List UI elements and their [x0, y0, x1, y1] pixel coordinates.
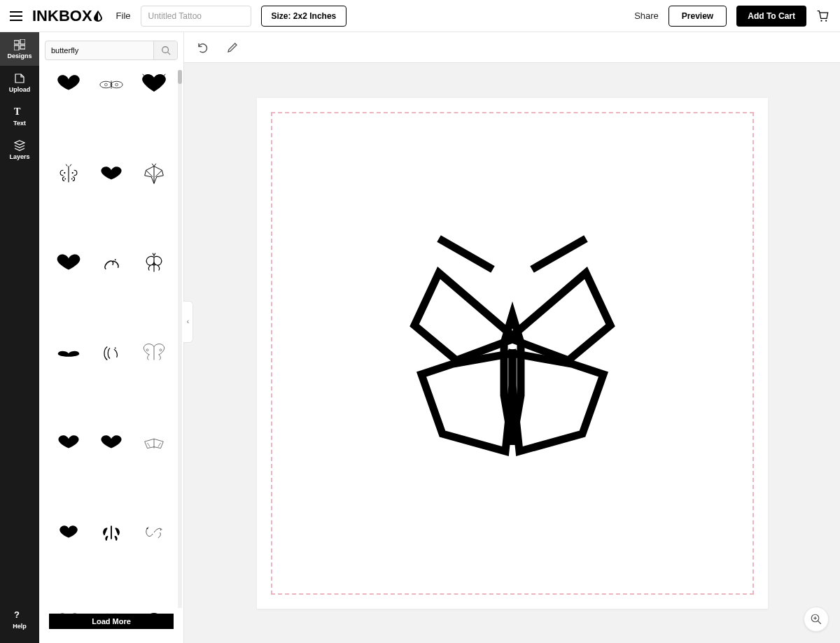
layers-icon	[14, 140, 25, 151]
svg-point-6	[162, 47, 168, 53]
search-icon	[161, 45, 171, 55]
design-grid	[45, 67, 178, 614]
undo-icon	[197, 41, 209, 54]
logo-text: INKBOX	[32, 7, 92, 25]
share-button[interactable]: Share	[634, 10, 659, 21]
svg-point-21	[147, 528, 148, 529]
design-thumb[interactable]	[141, 519, 167, 589]
designs-icon	[14, 39, 25, 50]
size-button[interactable]: Size: 2x2 Inches	[261, 6, 347, 27]
rail-label: Layers	[9, 153, 29, 160]
left-rail: Designs Upload T Text Layers ? Help	[0, 32, 39, 643]
design-thumb[interactable]	[55, 71, 82, 141]
rail-upload[interactable]: Upload	[0, 66, 39, 99]
title-input[interactable]	[141, 6, 251, 27]
file-menu[interactable]: File	[116, 10, 131, 21]
upload-icon	[14, 73, 25, 84]
design-thumb[interactable]	[55, 161, 82, 231]
svg-point-16	[71, 178, 72, 180]
menu-icon[interactable]	[10, 11, 22, 21]
rail-label: Upload	[9, 86, 31, 93]
rail-label: Designs	[7, 52, 31, 59]
design-thumb[interactable]	[55, 519, 82, 589]
designs-panel: Load More	[39, 32, 184, 643]
add-to-cart-button[interactable]: Add To Cart	[736, 6, 806, 27]
zoom-in-icon	[810, 613, 822, 626]
svg-point-18	[115, 347, 116, 348]
svg-point-9	[111, 81, 122, 88]
load-more-button[interactable]: Load More	[49, 614, 174, 629]
svg-line-24	[439, 239, 493, 269]
design-thumb[interactable]	[98, 519, 125, 589]
svg-point-12	[115, 83, 118, 86]
svg-point-11	[104, 83, 107, 86]
svg-point-20	[160, 349, 162, 351]
top-header: INKBOX File Size: 2x2 Inches Share Previ…	[0, 0, 840, 32]
rail-help[interactable]: ? Help	[0, 602, 39, 636]
design-grid-scroll[interactable]	[39, 64, 183, 614]
edit-button[interactable]	[225, 40, 240, 55]
scrollbar-track[interactable]	[178, 70, 182, 608]
search-button[interactable]	[153, 41, 177, 59]
cart-icon[interactable]	[816, 9, 830, 23]
svg-point-22	[160, 529, 162, 530]
design-thumb[interactable]	[55, 430, 82, 500]
collapse-panel-button[interactable]: ‹	[183, 301, 193, 343]
design-thumb[interactable]	[55, 609, 82, 614]
search-wrap	[45, 41, 178, 60]
search-row	[39, 32, 183, 64]
svg-point-1	[825, 20, 827, 21]
zoom-button[interactable]	[804, 607, 829, 632]
design-thumb[interactable]	[141, 340, 167, 410]
svg-rect-4	[14, 45, 19, 50]
svg-point-15	[64, 178, 66, 180]
svg-rect-3	[20, 39, 25, 44]
svg-point-19	[146, 349, 148, 351]
design-thumb[interactable]	[98, 71, 125, 141]
rail-label: Text	[13, 120, 26, 127]
svg-line-27	[818, 621, 821, 624]
search-input[interactable]	[46, 41, 153, 59]
rail-label: Help	[13, 623, 27, 630]
svg-point-17	[115, 259, 116, 260]
brand-logo[interactable]: INKBOX	[32, 7, 102, 25]
svg-point-0	[820, 20, 822, 21]
svg-point-8	[100, 81, 112, 88]
rail-designs[interactable]: Designs	[0, 32, 39, 66]
design-thumb[interactable]	[55, 340, 82, 410]
design-thumb[interactable]	[98, 161, 125, 231]
artboard[interactable]	[257, 98, 768, 609]
design-thumb[interactable]	[141, 161, 167, 231]
svg-line-25	[532, 239, 586, 269]
undo-button[interactable]	[195, 40, 211, 55]
design-thumb[interactable]	[141, 71, 167, 141]
design-thumb[interactable]	[141, 430, 167, 500]
help-icon: ?	[14, 609, 25, 621]
design-thumb[interactable]	[98, 250, 125, 320]
svg-rect-5	[20, 45, 25, 49]
design-thumb[interactable]	[55, 250, 82, 320]
design-thumb[interactable]	[141, 609, 167, 614]
scrollbar-thumb[interactable]	[178, 70, 182, 84]
canvas-toolbar	[184, 32, 840, 63]
canvas-area	[184, 32, 840, 643]
preview-button[interactable]: Preview	[668, 6, 727, 27]
svg-line-7	[167, 52, 170, 55]
design-thumb[interactable]	[98, 609, 125, 614]
pencil-icon	[226, 41, 239, 54]
rail-layers[interactable]: Layers	[0, 133, 39, 167]
canvas-design[interactable]	[407, 234, 617, 472]
design-thumb[interactable]	[98, 340, 125, 410]
svg-point-14	[71, 172, 73, 174]
rail-text[interactable]: T Text	[0, 99, 39, 133]
design-thumb[interactable]	[141, 250, 167, 320]
svg-rect-2	[14, 41, 19, 44]
text-icon: T	[14, 106, 25, 118]
drop-icon	[94, 10, 102, 22]
svg-point-13	[64, 172, 65, 174]
design-thumb[interactable]	[98, 430, 125, 500]
